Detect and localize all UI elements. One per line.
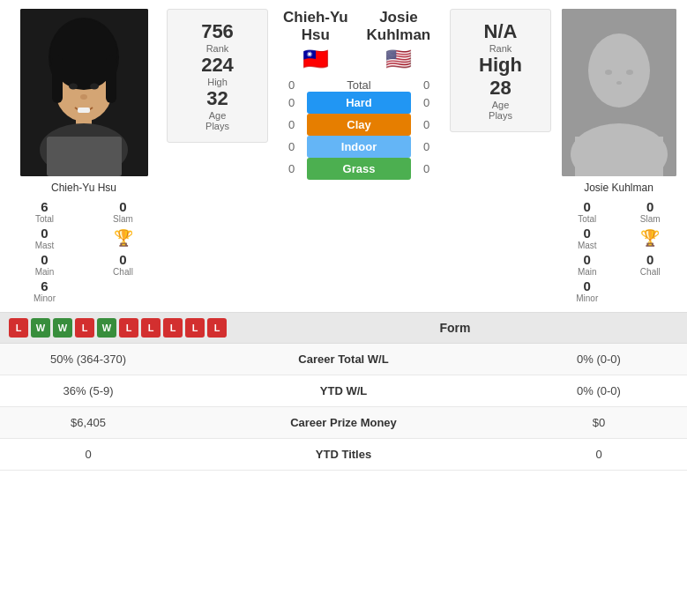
- right-rank-label: Rank: [484, 43, 518, 54]
- right-high-value: High: [479, 54, 522, 77]
- left-rank-label: Rank: [201, 43, 234, 54]
- left-minor-cell: 6 Minor: [9, 278, 80, 303]
- svg-rect-5: [106, 55, 116, 103]
- right-player-block: Josie Kuhlman 0 Total 0 Slam 0 Mast 🏆: [559, 9, 678, 303]
- left-trophy-icon: 🏆: [114, 228, 133, 248]
- form-badge-l: L: [163, 318, 183, 338]
- svg-point-8: [80, 94, 87, 100]
- right-trophy-cell: 🏆: [623, 226, 679, 250]
- grass-score-right: 0: [411, 162, 442, 175]
- right-minor-cell: 0 Minor: [559, 278, 616, 303]
- right-chall-cell: 0 Chall: [623, 252, 679, 277]
- right-center-stats-box: N/A Rank High 28 Age Plays: [450, 9, 551, 132]
- right-rank-value: N/A: [484, 20, 518, 43]
- indoor-score-right: 0: [411, 140, 442, 153]
- left-total-val: 6: [41, 199, 48, 214]
- career-stats-row: $6,405Career Prize Money$0: [0, 407, 687, 439]
- right-player-svg: [562, 9, 676, 176]
- grass-score-left: 0: [276, 162, 307, 175]
- form-badge-w: W: [31, 318, 50, 338]
- clay-court-badge: Clay: [307, 114, 411, 136]
- career-stat-center-1: YTD W/L: [176, 375, 511, 407]
- indoor-score-left: 0: [276, 140, 307, 153]
- hard-score-right: 0: [411, 96, 442, 109]
- svg-point-18: [626, 70, 633, 75]
- svg-rect-11: [47, 137, 122, 176]
- career-stat-left-0: 50% (364-370): [0, 344, 176, 375]
- total-label: Total: [307, 78, 411, 92]
- left-mast-lbl: Mast: [35, 241, 55, 250]
- hard-court-badge: Hard: [307, 92, 411, 114]
- form-label: Form: [232, 321, 678, 335]
- career-stats-row: 50% (364-370)Career Total W/L0% (0-0): [0, 344, 687, 375]
- right-slam-val: 0: [646, 199, 653, 214]
- hard-score-left: 0: [276, 96, 307, 109]
- names-flags-row: Chieh-Yu Hsu 🇹🇼 Josie Kuhlman 🇺🇸: [276, 9, 442, 71]
- career-stat-right-0: 0% (0-0): [511, 344, 687, 375]
- left-slam-lbl: Slam: [113, 214, 133, 224]
- right-mast-lbl: Mast: [578, 241, 597, 250]
- left-minor-val: 6: [41, 278, 48, 293]
- right-total-cell: 0 Total: [559, 199, 616, 224]
- right-player-name-center: Josie Kuhlman: [355, 9, 442, 44]
- right-player-stats: 0 Total 0 Slam 0 Mast 🏆 0 Main: [559, 199, 678, 303]
- right-minor-lbl: Minor: [576, 293, 598, 303]
- form-badge-l: L: [9, 318, 28, 338]
- left-player-name-center: Chieh-Yu Hsu: [276, 9, 355, 44]
- career-stats-table: 50% (364-370)Career Total W/L0% (0-0)36%…: [0, 344, 687, 471]
- right-age-value: 28: [489, 77, 511, 100]
- left-slam-cell: 0 Slam: [87, 199, 159, 224]
- svg-point-14: [588, 33, 650, 108]
- right-player-photo: [562, 9, 676, 176]
- form-badge-l: L: [75, 318, 94, 338]
- left-rank-value: 756: [201, 20, 234, 43]
- right-slam-cell: 0 Slam: [623, 199, 679, 224]
- left-total-cell: 6 Total: [9, 199, 80, 224]
- left-total-lbl: Total: [35, 214, 54, 224]
- clay-score-left: 0: [276, 118, 307, 131]
- indoor-score-line: 0 Indoor 0: [276, 136, 442, 158]
- svg-point-17: [605, 70, 612, 75]
- left-player-photo: [20, 9, 148, 176]
- career-stat-right-1: 0% (0-0): [511, 375, 687, 407]
- total-score-line: 0 Total 0: [276, 78, 442, 92]
- left-plays-label: Plays: [205, 121, 229, 131]
- left-rank-item: 756 Rank: [201, 20, 234, 54]
- svg-point-6: [69, 84, 78, 90]
- form-badge-l: L: [141, 318, 161, 338]
- left-high-value: 224: [201, 54, 234, 77]
- svg-point-19: [616, 81, 622, 85]
- right-trophy-icon: 🏆: [640, 228, 660, 248]
- right-plays-item: Plays: [489, 110, 512, 121]
- clay-score-right: 0: [411, 118, 442, 131]
- right-main-lbl: Main: [578, 267, 597, 277]
- form-badges: LWWLWLLLLL: [9, 318, 227, 338]
- form-badge-l: L: [119, 318, 138, 338]
- left-mast-val: 0: [41, 226, 48, 241]
- left-player-block: Chieh-Yu Hsu 6 Total 0 Slam 0 Mast 🏆: [9, 9, 159, 303]
- right-mast-cell: 0 Mast: [559, 226, 616, 250]
- left-chall-cell: 0 Chall: [87, 252, 159, 277]
- right-name-flag-block: Josie Kuhlman 🇺🇸: [355, 9, 442, 71]
- left-high-label: High: [201, 77, 234, 87]
- right-rank-item: N/A Rank: [484, 20, 518, 54]
- career-stats-row: 0YTD Titles0: [0, 439, 687, 471]
- left-flag-emoji: 🇹🇼: [302, 47, 329, 71]
- career-stat-left-2: $6,405: [0, 407, 176, 439]
- career-stat-center-2: Career Prize Money: [176, 407, 511, 439]
- left-player-stats: 6 Total 0 Slam 0 Mast 🏆 0 Main: [9, 199, 159, 303]
- career-stats-row: 36% (5-9)YTD W/L0% (0-0): [0, 375, 687, 407]
- right-high-item: High: [479, 54, 522, 77]
- form-badge-l: L: [207, 318, 227, 338]
- right-chall-lbl: Chall: [640, 267, 661, 277]
- right-main-val: 0: [584, 252, 591, 267]
- svg-point-7: [90, 84, 99, 90]
- form-section: LWWLWLLLLL Form: [0, 312, 687, 344]
- right-age-item: 28 Age: [489, 77, 511, 110]
- left-player-name-label: Chieh-Yu Hsu: [51, 182, 116, 194]
- main-container: Chieh-Yu Hsu 6 Total 0 Slam 0 Mast 🏆: [0, 0, 687, 471]
- grass-court-badge: Grass: [307, 158, 411, 180]
- left-main-val: 0: [41, 252, 48, 267]
- left-minor-lbl: Minor: [34, 293, 56, 303]
- left-chall-val: 0: [119, 252, 126, 267]
